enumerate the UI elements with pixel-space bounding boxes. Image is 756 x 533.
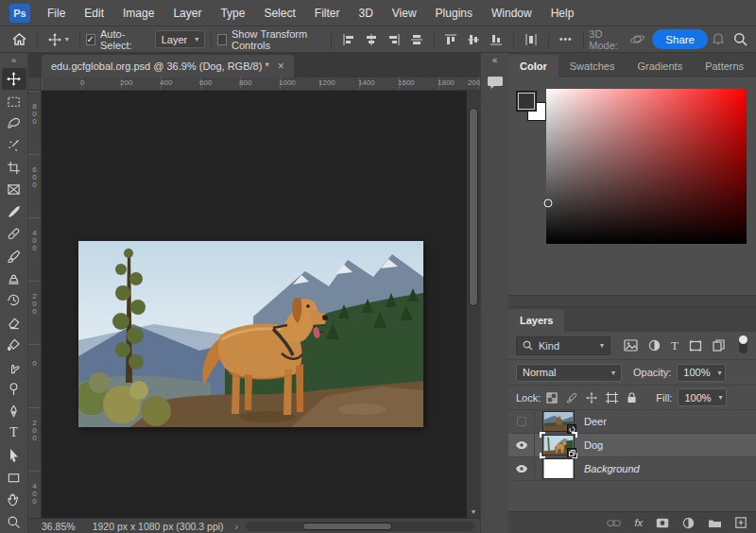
lock-all-icon[interactable] — [627, 392, 637, 404]
layer-row-dog[interactable]: Dog — [508, 434, 756, 457]
show-transform-checkbox[interactable] — [217, 34, 227, 45]
filter-shape-layers-icon[interactable] — [689, 340, 702, 352]
more-options-button[interactable]: ••• — [555, 27, 577, 52]
menu-view[interactable]: View — [383, 0, 426, 26]
tool-eraser[interactable] — [2, 312, 26, 334]
menu-file[interactable]: File — [38, 0, 75, 26]
tool-crop[interactable] — [2, 157, 26, 179]
document-tab[interactable]: edu.gcfglobal.org.psd @ 36.9% (Dog, RGB/… — [42, 55, 294, 77]
menu-filter[interactable]: Filter — [305, 0, 350, 26]
comments-panel-button[interactable] — [487, 76, 504, 90]
tool-clone-stamp[interactable] — [2, 267, 26, 289]
align-center-h-button[interactable] — [360, 27, 383, 52]
color-picker-cursor[interactable] — [544, 199, 553, 208]
tool-healing-brush[interactable] — [2, 223, 26, 245]
foreground-color-swatch[interactable] — [516, 91, 537, 112]
menu-3d[interactable]: 3D — [349, 0, 382, 26]
menu-window[interactable]: Window — [482, 0, 541, 26]
align-right-button[interactable] — [383, 27, 405, 52]
visibility-toggle[interactable] — [508, 434, 535, 456]
tool-smudge[interactable] — [2, 355, 26, 377]
tool-frame[interactable] — [2, 179, 26, 200]
search-button[interactable] — [729, 27, 752, 52]
canvas-viewport[interactable]: 800 600 400 200 0 200 400 — [28, 91, 480, 518]
layer-style-button[interactable]: fx — [634, 517, 643, 528]
menu-plugins[interactable]: Plugins — [426, 0, 482, 26]
photoshop-logo[interactable]: Ps — [9, 4, 30, 23]
toolbar-expand-button[interactable]: » — [11, 53, 16, 68]
auto-select-target-dropdown[interactable]: Layer ▾ — [155, 30, 206, 48]
layer-name[interactable]: Deer — [584, 416, 607, 427]
tool-rectangle[interactable] — [2, 467, 26, 489]
status-expand-icon[interactable]: › — [232, 521, 243, 532]
filter-pixel-layers-icon[interactable] — [624, 339, 638, 352]
horizontal-scrollbar[interactable] — [246, 522, 474, 531]
layer-name[interactable]: Dog — [584, 439, 603, 451]
opacity-dropdown[interactable]: 100% ▾ — [677, 364, 726, 382]
filter-toggle-switch[interactable] — [739, 337, 747, 353]
tab-patterns[interactable]: Patterns — [694, 55, 755, 77]
align-bottom-button[interactable] — [485, 27, 507, 52]
zoom-level-field[interactable]: 36.85% — [28, 521, 85, 532]
layer-thumbnail[interactable] — [542, 458, 575, 479]
visibility-toggle[interactable] — [508, 410, 535, 433]
filter-adjustment-layers-icon[interactable] — [648, 339, 661, 352]
menu-layer[interactable]: Layer — [163, 0, 211, 26]
foreground-background-swatches[interactable] — [516, 91, 550, 125]
tool-dodge[interactable] — [2, 378, 26, 400]
lock-position-icon[interactable] — [586, 392, 597, 404]
visibility-toggle[interactable] — [508, 457, 535, 480]
tool-paint-bucket[interactable] — [2, 334, 26, 355]
fill-dropdown[interactable]: 100% ▾ — [678, 388, 727, 406]
align-top-button[interactable] — [439, 27, 462, 52]
tool-type[interactable]: T — [2, 422, 26, 444]
tool-zoom[interactable] — [2, 510, 26, 532]
home-button[interactable] — [8, 27, 31, 52]
layer-row-deer[interactable]: Deer — [508, 410, 756, 434]
distribute-v-button[interactable] — [520, 27, 542, 52]
menu-type[interactable]: Type — [211, 0, 254, 26]
horizontal-scrollbar-thumb[interactable] — [302, 523, 392, 530]
ruler-origin-corner[interactable] — [28, 77, 42, 91]
lock-pixels-icon[interactable] — [566, 392, 577, 404]
lock-transparency-icon[interactable] — [546, 392, 558, 404]
new-group-icon[interactable] — [708, 518, 722, 528]
document-image[interactable] — [78, 241, 423, 427]
filter-smart-objects-icon[interactable] — [713, 339, 725, 352]
tool-lasso[interactable] — [2, 112, 26, 134]
menu-select[interactable]: Select — [254, 0, 304, 26]
adjustment-layer-icon[interactable] — [682, 517, 695, 529]
tool-magic-wand[interactable] — [2, 134, 26, 156]
layer-thumbnail[interactable] — [542, 435, 575, 456]
tool-eyedropper[interactable] — [2, 201, 26, 223]
tab-layers[interactable]: Layers — [508, 309, 564, 332]
scroll-down-icon[interactable]: ▾ — [467, 507, 480, 516]
filter-kind-dropdown[interactable]: Kind ▾ — [516, 336, 610, 355]
close-icon[interactable]: × — [278, 60, 284, 73]
tab-color[interactable]: Color — [508, 55, 558, 77]
link-layers-icon[interactable] — [607, 519, 621, 527]
tool-marquee[interactable] — [2, 90, 26, 112]
align-middle-button[interactable] — [462, 27, 485, 52]
add-mask-icon[interactable] — [656, 518, 669, 528]
tool-brush[interactable] — [2, 245, 26, 266]
collapse-panels-button[interactable]: « — [492, 53, 498, 68]
menu-help[interactable]: Help — [541, 0, 584, 26]
saturation-brightness-picker[interactable] — [546, 89, 747, 244]
tool-path-select[interactable] — [2, 444, 26, 466]
distribute-h-button[interactable] — [405, 27, 428, 52]
tool-history-brush[interactable] — [2, 289, 26, 311]
tool-move[interactable] — [2, 68, 26, 90]
tab-swatches[interactable]: Swatches — [558, 55, 627, 77]
menu-image[interactable]: Image — [113, 0, 163, 26]
layer-name[interactable]: Background — [584, 463, 640, 474]
tool-hand[interactable] — [2, 489, 26, 510]
layer-thumbnail[interactable] — [542, 411, 575, 432]
tab-gradients[interactable]: Gradients — [626, 55, 694, 77]
3d-orbit-button[interactable] — [625, 27, 650, 52]
align-left-button[interactable] — [337, 27, 360, 52]
blend-mode-dropdown[interactable]: Normal ▾ — [516, 364, 622, 382]
tool-pen[interactable] — [2, 400, 26, 421]
vertical-scrollbar[interactable]: ▾ — [467, 91, 480, 518]
lock-artboard-icon[interactable] — [606, 392, 618, 404]
